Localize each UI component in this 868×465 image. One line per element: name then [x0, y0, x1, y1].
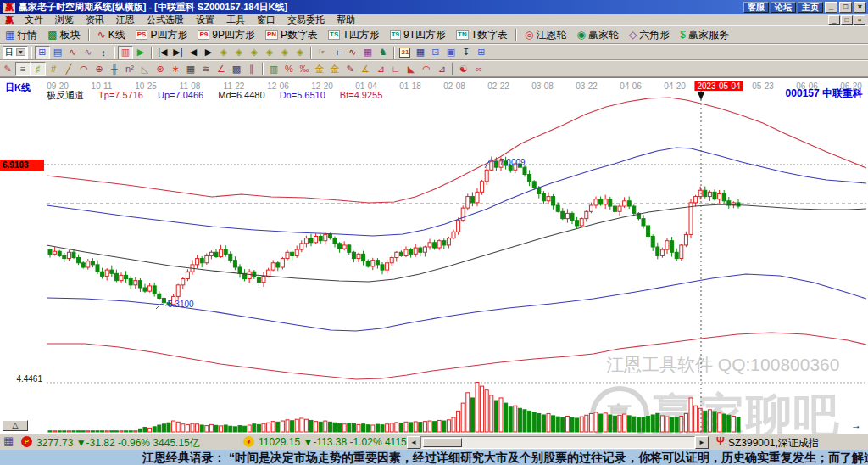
angle-tool-icon[interactable]: ∠ [214, 62, 229, 76]
status-scrollbar[interactable]: ◄ ► [407, 436, 709, 449]
zoom-diamond-2-icon[interactable]: ◈ [231, 46, 247, 59]
menu-江恩[interactable]: 江恩 [110, 14, 141, 26]
chip-grid-icon[interactable]: ▦ [360, 46, 376, 59]
p-table-button[interactable]: PNP数字表 [260, 27, 323, 43]
9t-square-button[interactable]: T99T四方形 [385, 27, 451, 43]
trendline-tool-icon[interactable]: ∿ [345, 46, 360, 59]
restore-button[interactable]: □ [839, 2, 852, 13]
save-icon[interactable]: ▣ [443, 46, 459, 59]
nav-next-icon[interactable]: ▶ [201, 46, 216, 59]
sectors-button[interactable]: ▩板块 [42, 27, 85, 43]
minimize-button[interactable]: _ [825, 2, 837, 13]
matrix-tool-icon[interactable]: ▩ [229, 62, 244, 76]
compare-line-icon[interactable]: ∿ [81, 46, 96, 59]
info-window-icon[interactable]: ▤ [50, 46, 65, 59]
titlebar-客服-button[interactable]: 客服 [743, 2, 769, 13]
golden-box-icon[interactable]: 金 [327, 62, 342, 76]
child-minimize-button[interactable]: _ [828, 15, 840, 25]
wave-tool-icon[interactable]: ≋ [198, 62, 214, 76]
period-selector[interactable]: 日▼ [3, 46, 28, 59]
menu-窗口[interactable]: 窗口 [251, 14, 281, 26]
ruler-icon[interactable]: ▥ [266, 62, 281, 76]
measure-icon[interactable]: ⊿ [434, 62, 449, 76]
scale-toggle-icon[interactable]: ↕ [96, 46, 111, 59]
zoom-diamond-1-icon[interactable]: ◈ [216, 46, 231, 59]
angle-up-icon[interactable]: ∡ [358, 62, 373, 76]
scroll-right-arrow[interactable]: → [851, 419, 861, 431]
crosshair-tool-icon[interactable]: + [330, 46, 345, 59]
child-close-button[interactable]: × [854, 15, 865, 25]
zoom-diamond-3-icon[interactable]: ◈ [247, 46, 262, 59]
9p-square-button[interactable]: P99P四方形 [192, 27, 259, 43]
expand-volume-button[interactable]: △ [3, 420, 28, 431]
menu-浏览[interactable]: 浏览 [49, 14, 80, 26]
gann-line-icon[interactable]: ╱ [61, 62, 76, 76]
winner-wheel-button[interactable]: ◉赢家轮 [572, 27, 624, 43]
gann-wheel-button[interactable]: ◎江恩轮 [520, 27, 571, 43]
network-icon[interactable]: ⊞ [474, 46, 489, 59]
infinity-icon[interactable]: ∞ [471, 62, 487, 76]
hand-tool-icon[interactable]: ☞ [314, 46, 330, 59]
permille-lines-icon[interactable]: ‰ [297, 62, 312, 76]
brush-icon[interactable]: ✎ [342, 62, 358, 76]
time-levels-icon[interactable]: # [46, 62, 61, 76]
market-grid-icon[interactable]: ▦ [3, 434, 14, 447]
menu-工具[interactable]: 工具 [220, 14, 251, 26]
grid-tool-icon[interactable]: ╫ [107, 62, 122, 76]
scrollbar-right-arrow[interactable]: ► [695, 436, 709, 449]
scrollbar-thumb[interactable] [423, 438, 462, 447]
trend-steps-icon[interactable]: ∟ [388, 62, 403, 76]
calendar-21-icon[interactable]: 21 [398, 46, 413, 59]
p-square-button[interactable]: PSP四方形 [131, 27, 193, 43]
t-table-button[interactable]: TNT数字表 [451, 27, 513, 43]
overlay-line-icon[interactable]: ∿ [65, 46, 81, 59]
quotes-button[interactable]: ▦行情 [0, 27, 42, 43]
zoom-diamond-4-icon[interactable]: ◈ [262, 46, 277, 59]
star-tool-icon[interactable]: ∗ [168, 62, 183, 76]
price-levels-icon[interactable]: ♯ [31, 62, 46, 76]
nav-first-icon[interactable]: |◀ [155, 46, 170, 59]
box-select-icon[interactable]: ▦ [183, 62, 198, 76]
menu-设置[interactable]: 设置 [190, 14, 220, 26]
pen-tool-icon[interactable]: ✎ [0, 62, 15, 76]
shenzhen-index-icon[interactable]: ¥ [243, 436, 254, 447]
taiji-icon[interactable]: ☯ [456, 62, 471, 76]
zoom-diamond-6-icon[interactable]: ◈ [292, 46, 308, 59]
close-button[interactable]: × [854, 2, 866, 13]
kline-button[interactable]: ∿K线 [92, 27, 131, 43]
parallel-tool-icon[interactable]: ∥ [244, 62, 259, 76]
export-icon[interactable]: ↧ [459, 46, 474, 59]
monitor-icon[interactable]: ⊡ [428, 46, 443, 59]
hexagon-button[interactable]: ◇六角形 [624, 27, 675, 43]
zoom-diamond-5-icon[interactable]: ◈ [277, 46, 292, 59]
calculator-icon[interactable]: ▦ [413, 46, 428, 59]
fan-tool-icon[interactable]: ◺ [137, 62, 153, 76]
menu-文件[interactable]: 文件 [19, 14, 49, 26]
fib-arc-icon[interactable]: ◠ [419, 62, 434, 76]
target-tool-icon[interactable]: ⊛ [153, 62, 168, 76]
titlebar-论坛-button[interactable]: 论坛 [771, 2, 796, 13]
menu-公式选股[interactable]: 公式选股 [141, 14, 190, 26]
nav-last-icon[interactable]: ▶| [170, 46, 186, 59]
rights-adjust-icon[interactable]: ▥ [118, 46, 133, 59]
shanghai-index-icon[interactable]: P [21, 436, 32, 447]
mascot-icon[interactable]: ♞ [376, 46, 391, 59]
wedge-icon[interactable]: ⊿ [373, 62, 388, 76]
chart-canvas[interactable]: 江恩工具软件 QQ:100800360赢赢家聊吧jiaoba.yi4.44611… [0, 77, 868, 434]
child-restore-button[interactable]: □ [841, 15, 853, 25]
channel-tool-icon[interactable]: ◣ [403, 62, 419, 76]
arc-tool-icon[interactable]: ◠ [76, 62, 92, 76]
menu-帮助[interactable]: 帮助 [331, 14, 361, 26]
circle-tool-icon[interactable]: ⊕ [92, 62, 107, 76]
menu-交易委托[interactable]: 交易委托 [281, 14, 331, 26]
winner-service-button[interactable]: $赢家服务 [675, 27, 734, 43]
scrollbar-left-arrow[interactable]: ◄ [407, 436, 420, 449]
titlebar-主页-button[interactable]: 主页 [798, 2, 823, 13]
hline-levels-icon[interactable]: ≡ [15, 62, 31, 76]
nav-prev-icon[interactable]: ◀ [186, 46, 201, 59]
percent-lines-icon[interactable]: % [281, 62, 297, 76]
golden-section-icon[interactable]: 金 [312, 62, 327, 76]
t-square-button[interactable]: TST四方形 [323, 27, 385, 43]
multi-window-icon[interactable]: ⊞ [35, 46, 50, 59]
scrollbar-track[interactable] [420, 436, 695, 449]
